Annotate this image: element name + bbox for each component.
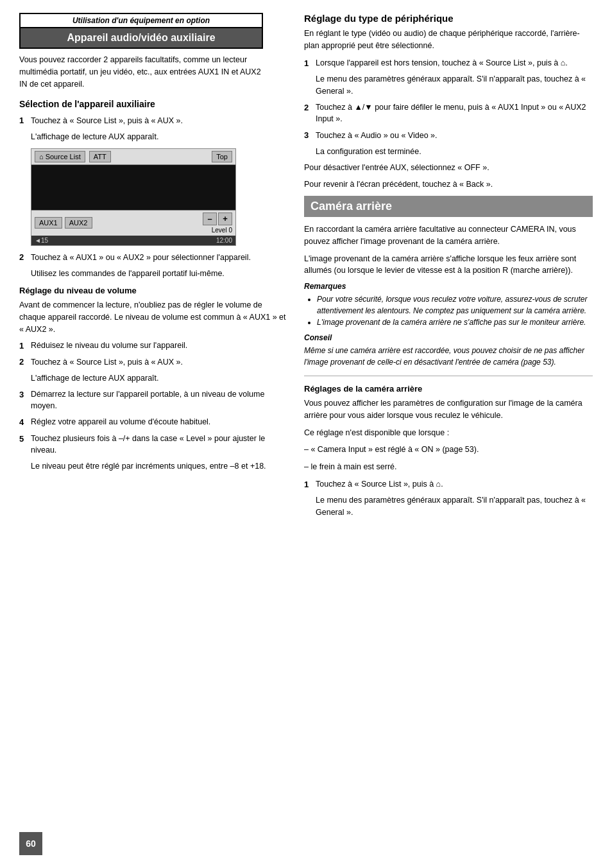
aux-volume-control: – + Level 0	[203, 213, 232, 234]
left-column: Utilisation d'un équipement en option Ap…	[19, 13, 289, 855]
reglages-condition-1: – « Camera Input » est réglé à « ON » (p…	[304, 444, 593, 456]
volume-heading: Réglage du niveau de volume	[19, 286, 289, 295]
rtype-step-2-text: Touchez à ▲/▼ pour faire défiler le menu…	[316, 101, 593, 126]
top-banner: Utilisation d'un équipement en option Ap…	[19, 13, 263, 49]
vol-step-num-5: 5	[19, 433, 31, 457]
aux-status-bar: ◄15 12:00	[31, 236, 235, 245]
minus-icon: –	[207, 214, 212, 223]
reglages-condition-intro: Ce réglage n'est disponible que lorsque …	[304, 427, 593, 439]
aux-icon-home: ⌂	[39, 153, 44, 161]
step-1-sub: L'affichage de lecture AUX apparaît.	[19, 131, 289, 143]
aux-level-info: Level 0	[212, 227, 232, 234]
right-column: Réglage du type de périphérique En régla…	[304, 13, 593, 855]
volume-intro: Avant de commencer la lecture, n'oubliez…	[19, 299, 289, 335]
camera-intro-2: L'image provenant de la caméra arrière s…	[304, 253, 593, 277]
reglages-step-1-text: Touchez à « Source List », puis à ⌂.	[316, 478, 443, 491]
selection-step-1: 1 Touchez à « Source List », puis à « AU…	[19, 114, 289, 127]
two-column-layout: Utilisation d'un équipement en option Ap…	[19, 13, 593, 855]
reglages-condition-2: – le frein à main est serré.	[304, 461, 593, 473]
aux-vol-buttons: – +	[203, 213, 232, 225]
volume-steps-list: 1 Réduisez le niveau du volume sur l'app…	[19, 340, 289, 369]
rtype-step-1-text: Lorsque l'appareil est hors tension, tou…	[316, 57, 568, 70]
remark-1: Pour votre sécurité, lorsque vous recule…	[317, 293, 593, 317]
step-2-content: Touchez à « AUX1 » ou « AUX2 » pour séle…	[31, 251, 251, 264]
selection-step2-list: 2 Touchez à « AUX1 » ou « AUX2 » pour sé…	[19, 251, 289, 264]
aux-att-label: ATT	[94, 153, 106, 161]
vol-step-4: 4 Réglez votre appareil au volume d'écou…	[19, 416, 289, 429]
aux2-label: AUX2	[69, 219, 88, 227]
remarks-label: Remarques	[304, 282, 593, 291]
step-number-2: 2	[19, 251, 31, 264]
camera-intro-1: En raccordant la caméra arrière facultat…	[304, 223, 593, 248]
reglages-heading: Réglages de la caméra arrière	[304, 384, 593, 394]
aux1-btn[interactable]: AUX1	[35, 217, 62, 229]
step-1-content: Touchez à « Source List », puis à « AUX …	[31, 114, 183, 127]
section-divider	[304, 376, 593, 376]
vol-step-2: 2 Touchez à « Source List », puis à « AU…	[19, 356, 289, 369]
vol-step-num-2: 2	[19, 356, 31, 369]
aux-vol-plus-btn[interactable]: +	[218, 213, 232, 225]
rtype-num-2: 2	[304, 101, 316, 126]
page-content: Utilisation d'un équipement en option Ap…	[0, 0, 612, 868]
aux-status-right: 12:00	[216, 237, 232, 244]
step-2-sub: Utilisez les commandes de l'appareil por…	[19, 268, 289, 280]
reglages-num-1: 1	[304, 478, 316, 491]
remarks-list: Pour votre sécurité, lorsque vous recule…	[304, 293, 593, 328]
back-note: Pour revenir à l'écran précédent, touche…	[304, 178, 593, 191]
selection-step-2: 2 Touchez à « AUX1 » ou « AUX2 » pour sé…	[19, 251, 289, 264]
conseil-label: Conseil	[304, 333, 593, 342]
reglage-type-heading: Réglage du type de périphérique	[304, 13, 593, 24]
vol-step-1-text: Réduisez le niveau du volume sur l'appar…	[31, 340, 187, 352]
volume-steps-list-cont: 3 Démarrez la lecture sur l'appareil por…	[19, 388, 289, 457]
aux-source-list-label: Source List	[46, 153, 81, 161]
banner-italic-text: Utilisation d'un équipement en option	[21, 14, 262, 28]
conseil-text: Même si une caméra arrière est raccordée…	[304, 345, 593, 368]
selection-heading: Sélection de l'appareil auxiliaire	[19, 99, 289, 109]
step-2-bold: Touchez à « AUX1 » ou « AUX2 » pour séle…	[31, 253, 251, 262]
aux-top-label: Top	[216, 153, 228, 161]
vol-step-3-text: Démarrez la lecture sur l'appareil porta…	[31, 388, 289, 413]
reglage-type-intro: En réglant le type (vidéo ou audio) de c…	[304, 28, 593, 52]
plus-icon: +	[223, 214, 228, 223]
vol-step-4-text: Réglez votre appareil au volume d'écoute…	[31, 416, 210, 429]
step-number: 1	[19, 114, 31, 127]
reglages-intro: Vous pouvez afficher les paramètres de c…	[304, 397, 593, 422]
step-1-bold: Touchez à « Source List », puis à « AUX …	[31, 116, 183, 125]
selection-steps-list: 1 Touchez à « Source List », puis à « AU…	[19, 114, 289, 127]
banner-title-text: Appareil audio/vidéo auxiliaire	[21, 28, 262, 48]
reglage-type-steps-2: 2 Touchez à ▲/▼ pour faire défiler le me…	[304, 101, 593, 142]
rtype-step-2: 2 Touchez à ▲/▼ pour faire défiler le me…	[304, 101, 593, 126]
aux2-btn[interactable]: AUX2	[65, 217, 92, 229]
rtype-num-3: 3	[304, 129, 316, 142]
rtype-step-3-sub: La configuration est terminée.	[304, 146, 593, 158]
vol-step-5-sub: Le niveau peut être réglé par incréments…	[19, 460, 289, 473]
vol-step-1: 1 Réduisez le niveau du volume sur l'app…	[19, 340, 289, 352]
reglages-steps: 1 Touchez à « Source List », puis à ⌂.	[304, 478, 593, 491]
aux-source-buttons: AUX1 AUX2	[35, 217, 92, 229]
rtype-step-3-text: Touchez à « Audio » ou « Video ».	[316, 131, 438, 140]
aux-top-bar: ⌂ Source List ATT Top	[31, 149, 235, 165]
vol-step-2-sub: L'affichage de lecture AUX apparaît.	[19, 372, 289, 385]
vol-step-5-text: Touchez plusieurs fois à –/+ dans la cas…	[31, 433, 289, 457]
aux-ui-mockup: ⌂ Source List ATT Top	[31, 148, 236, 246]
aux-att-btn[interactable]: ATT	[89, 151, 111, 162]
remark-2: L'image provenant de la caméra arrière n…	[317, 317, 593, 328]
aux-top-btn[interactable]: Top	[212, 151, 232, 162]
aux-bottom-bar: AUX1 AUX2 –	[31, 210, 235, 236]
aux-vol-minus-btn[interactable]: –	[203, 213, 217, 225]
intro-paragraph: Vous pouvez raccorder 2 appareils facult…	[19, 54, 263, 90]
reglage-type-steps: 1 Lorsque l'appareil est hors tension, t…	[304, 57, 593, 70]
rtype-step-1: 1 Lorsque l'appareil est hors tension, t…	[304, 57, 593, 70]
vol-step-num-3: 3	[19, 388, 31, 413]
aux-top-left: ⌂ Source List ATT	[35, 151, 111, 162]
vol-step-5: 5 Touchez plusieurs fois à –/+ dans la c…	[19, 433, 289, 457]
page-number: 60	[19, 832, 42, 855]
off-note: Pour désactiver l'entrée AUX, sélectionn…	[304, 162, 593, 174]
aux-source-list-btn[interactable]: ⌂ Source List	[35, 151, 85, 162]
vol-step-2-content: Touchez à « Source List », puis à « AUX …	[31, 356, 183, 369]
rtype-step-3: 3 Touchez à « Audio » ou « Video ».	[304, 129, 593, 142]
vol-step-3: 3 Démarrez la lecture sur l'appareil por…	[19, 388, 289, 413]
vol-step-2-text: Touchez à « Source List », puis à « AUX …	[31, 358, 183, 367]
page-wrapper: Utilisation d'un équipement en option Ap…	[0, 0, 612, 868]
reglages-step-1: 1 Touchez à « Source List », puis à ⌂.	[304, 478, 593, 491]
